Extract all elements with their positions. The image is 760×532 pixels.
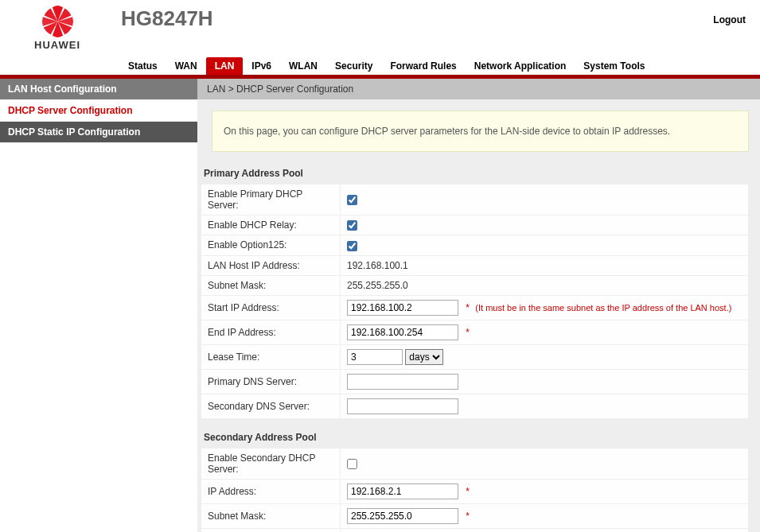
primary-dns-label: Primary DNS Server: (201, 369, 341, 394)
nav-system-tools[interactable]: System Tools (575, 57, 653, 75)
primary-start-ip-input[interactable] (347, 300, 458, 316)
secondary-ip-label: IP Address: (201, 479, 341, 503)
primary-subnet-label: Subnet Mask: (201, 275, 341, 295)
enable-relay-label: Enable DHCP Relay: (201, 216, 341, 235)
nav-lan[interactable]: LAN (206, 57, 244, 75)
brand-logo: HUAWEI (10, 6, 105, 51)
nav-forward-rules[interactable]: Forward Rules (381, 57, 465, 75)
primary-subnet-value: 255.255.255.0 (341, 275, 749, 295)
secondary-dns-label: Secondary DNS Server: (201, 394, 341, 418)
info-box: On this page, you can configure DHCP ser… (212, 111, 749, 152)
nav-wlan[interactable]: WLAN (280, 57, 326, 75)
lan-ip-label: LAN Host IP Address: (201, 255, 341, 275)
primary-dns-input[interactable] (347, 374, 458, 390)
nav-wan[interactable]: WAN (166, 57, 206, 75)
sidebar: LAN Host Configuration DHCP Server Confi… (0, 79, 197, 532)
primary-pool-heading: Primary Address Pool (201, 163, 749, 184)
secondary-start-ip-label: Start IP Address: (201, 528, 341, 532)
content-area: LAN > DHCP Server Configuration On this … (197, 79, 760, 532)
required-asterisk: * (466, 511, 470, 522)
enable-opt125-label: Enable Option125: (201, 235, 341, 255)
secondary-pool-heading: Secondary Address Pool (201, 427, 749, 448)
model-title: HG8247H (121, 6, 213, 31)
required-asterisk: * (466, 486, 470, 497)
secondary-subnet-label: Subnet Mask: (201, 503, 341, 528)
sidebar-item-dhcp-static[interactable]: DHCP Static IP Configuration (0, 122, 197, 143)
secondary-subnet-input[interactable] (347, 508, 458, 524)
enable-primary-label: Enable Primary DHCP Server: (201, 184, 341, 216)
primary-start-ip-label: Start IP Address: (201, 295, 341, 320)
primary-end-ip-input[interactable] (347, 324, 458, 340)
nav-ipv6[interactable]: IPv6 (243, 57, 280, 75)
logout-link[interactable]: Logout (713, 14, 746, 25)
breadcrumb: LAN > DHCP Server Configuration (197, 79, 760, 99)
enable-primary-checkbox[interactable] (347, 195, 357, 205)
enable-relay-checkbox[interactable] (347, 220, 357, 231)
nav-network-application[interactable]: Network Application (466, 57, 575, 75)
nav-security[interactable]: Security (326, 57, 381, 75)
enable-secondary-label: Enable Secondary DHCP Server: (201, 448, 341, 479)
primary-lease-label: Lease Time: (201, 344, 341, 369)
enable-opt125-checkbox[interactable] (347, 241, 357, 251)
main-nav: Status WAN LAN IPv6 WLAN Security Forwar… (0, 56, 760, 75)
nav-status[interactable]: Status (119, 57, 166, 75)
primary-pool-section: Primary Address Pool Enable Primary DHCP… (201, 163, 749, 419)
primary-end-ip-label: End IP Address: (201, 320, 341, 344)
enable-secondary-checkbox[interactable] (347, 459, 357, 469)
lan-ip-value: 192.168.100.1 (341, 255, 749, 275)
primary-start-ip-hint: (It must be in the same subnet as the IP… (475, 303, 731, 313)
brand-name: HUAWEI (34, 39, 80, 51)
secondary-pool-section: Secondary Address Pool Enable Secondary … (201, 427, 749, 532)
primary-lease-input[interactable] (347, 349, 403, 365)
required-asterisk: * (466, 327, 470, 338)
huawei-logo-icon (40, 6, 76, 37)
header: HUAWEI HG8247H Logout (0, 0, 760, 56)
secondary-dns-input[interactable] (347, 398, 458, 414)
primary-lease-unit-select[interactable]: days (405, 349, 443, 365)
sidebar-item-dhcp-server[interactable]: DHCP Server Configuration (0, 100, 197, 122)
required-asterisk: * (466, 302, 470, 313)
secondary-ip-input[interactable] (347, 483, 458, 499)
sidebar-item-lan-host[interactable]: LAN Host Configuration (0, 79, 197, 100)
